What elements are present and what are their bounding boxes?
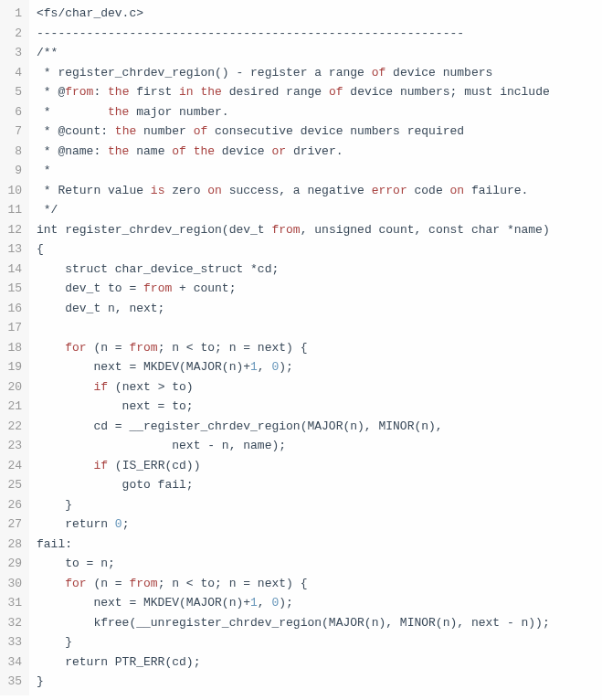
line-number: 21 [4,397,22,417]
token [37,459,93,472]
token: /** [37,46,58,59]
line-number: 15 [4,279,22,299]
token: name [129,144,172,158]
token: */ [37,203,58,217]
code-line[interactable]: kfree(__unregister_chrdev_region(MAJOR(n… [37,613,550,633]
line-number-gutter: 1234567891011121314151617181920212223242… [0,0,29,695]
code-editor[interactable]: 1234567891011121314151617181920212223242… [0,0,602,695]
token: the [115,124,136,138]
code-line[interactable]: } [37,672,550,692]
token: from [129,341,157,355]
token: : [93,85,108,99]
line-number: 4 [4,63,22,83]
token: struct char_device_struct *cd; [37,262,279,276]
token: ); [279,596,293,610]
line-number: 14 [4,260,22,280]
token: fail: [37,537,72,551]
code-line[interactable]: fail: [37,535,550,555]
line-number: 32 [4,613,22,633]
token: , [258,360,272,374]
token: of [194,124,208,138]
token: next = MKDEV(MAJOR(n)+ [37,360,250,374]
token: on [450,184,465,197]
code-line[interactable] [37,318,550,338]
token: or [271,144,286,158]
code-line[interactable]: to = n; [37,554,550,574]
token: return [37,517,115,531]
code-line[interactable]: */ [37,200,550,220]
token: error [372,184,407,197]
code-line[interactable]: * Return value is zero on success, a neg… [37,181,550,201]
line-number: 9 [4,161,22,181]
token: , [258,596,272,610]
code-line[interactable]: /** [37,43,550,63]
token: * @count: [37,124,115,138]
line-number: 26 [4,495,22,515]
line-number: 35 [4,672,22,692]
code-line[interactable]: return 0; [37,514,550,535]
token: is [151,184,165,197]
code-line[interactable]: dev_t to = from + count; [37,279,550,299]
line-number: 10 [4,181,22,201]
code-line[interactable]: if (IS_ERR(cd)) [37,456,550,476]
token: ----------------------------------------… [37,27,464,40]
token: dev_t n, next; [37,302,164,315]
line-number: 25 [4,475,22,495]
token: (next > to) [108,380,194,394]
token: 1 [250,360,258,374]
code-line[interactable]: for (n = from; n < to; n = next) { [37,574,550,594]
line-number: 2 [4,24,22,44]
line-number: 1 [4,4,22,24]
line-number: 24 [4,456,22,476]
line-number: 22 [4,417,22,437]
token: driver. [286,144,343,158]
code-line[interactable]: * [37,161,550,181]
code-line[interactable]: * register_chrdev_region() - register a … [37,63,550,83]
code-line[interactable]: next = to; [37,397,550,417]
code-line[interactable]: cd = __register_chrdev_region(MAJOR(n), … [37,417,550,437]
code-line[interactable]: next = MKDEV(MAJOR(n)+1, 0); [37,593,550,613]
token: the [108,105,129,119]
code-line[interactable]: int register_chrdev_region(dev_t from, u… [37,220,550,240]
code-line[interactable]: * @name: the name of the device or drive… [37,142,550,162]
code-line[interactable]: * @from: the first in the desired range … [37,82,550,102]
token: int register_chrdev_region(dev_t [37,223,271,237]
code-line[interactable]: { [37,239,550,260]
code-line[interactable]: if (next > to) [37,377,550,398]
token: , unsigned count, const char *name) [301,223,550,237]
token: if [93,380,108,394]
code-line[interactable]: next - n, name); [37,436,550,456]
code-line[interactable]: <fs/char_dev.c> [37,4,550,24]
code-line[interactable]: struct char_device_struct *cd; [37,260,550,280]
code-line[interactable]: goto fail; [37,475,550,495]
code-line[interactable]: dev_t n, next; [37,299,550,319]
code-line[interactable]: } [37,632,550,652]
token: for [65,341,86,355]
code-area[interactable]: <fs/char_dev.c>-------------------------… [29,0,557,695]
token: if [93,459,108,472]
code-line[interactable]: * @count: the number of consecutive devi… [37,122,550,142]
token [37,577,65,590]
token: zero [164,184,207,197]
code-line[interactable]: } [37,495,550,515]
token: * @name: [37,144,108,158]
token: } [37,674,44,688]
code-line[interactable]: next = MKDEV(MAJOR(n)+1, 0); [37,357,550,377]
token: first [129,85,179,99]
token: dev_t to = [37,281,143,295]
line-number: 34 [4,652,22,673]
code-line[interactable]: return PTR_ERR(cd); [37,652,550,673]
token: device numbers [385,66,492,80]
token: from [271,223,300,237]
code-line[interactable]: for (n = from; n < to; n = next) { [37,338,550,358]
line-number: 30 [4,574,22,594]
token [37,380,93,394]
code-line[interactable]: * the major number. [37,102,550,122]
line-number: 6 [4,102,22,122]
code-line[interactable]: ----------------------------------------… [37,24,550,44]
token: next = MKDEV(MAJOR(n)+ [37,596,250,610]
line-number: 13 [4,239,22,260]
token: + count; [172,281,236,295]
token: desired range [222,85,329,99]
token: * [37,105,108,119]
